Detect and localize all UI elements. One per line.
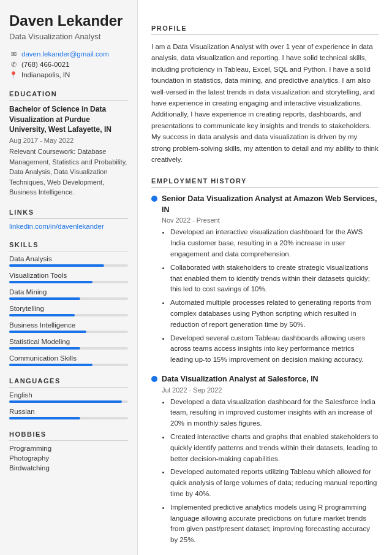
skill-bar-bg <box>9 314 128 316</box>
job-block: Data Visualization Analyst at Salesforce… <box>151 374 379 546</box>
job-date: Jul 2022 - Sep 2022 <box>162 386 379 394</box>
location-text: Indianapolis, IN <box>21 71 70 78</box>
skill-item: Business Intelligence <box>9 321 128 333</box>
hobbies-section-title: HOBBIES <box>9 431 128 441</box>
sidebar: Daven Lekander Data Visualization Analys… <box>0 0 138 555</box>
job-bullets: Developed a data visualization dashboard… <box>162 397 379 546</box>
links-section-title: LINKS <box>9 209 128 219</box>
skill-bar-fill <box>9 314 75 316</box>
profile-section-title: PROFILE <box>151 25 379 35</box>
skill-name: Communication Skills <box>9 354 128 362</box>
hobby-item: Programming <box>9 445 128 452</box>
skill-name: Business Intelligence <box>9 321 128 329</box>
skill-bar-fill <box>9 264 104 267</box>
skill-bar-bg <box>9 331 128 333</box>
bullet-item: Automated multiple processes related to … <box>170 297 379 330</box>
email-row: ✉ daven.lekander@gmail.com <box>9 50 128 58</box>
coursework-label: Relevant Coursework: <box>9 148 75 155</box>
edu-coursework: Relevant Coursework: Database Management… <box>9 147 128 197</box>
lang-name: Russian <box>9 408 128 415</box>
phone-row: ✆ (768) 466-0021 <box>9 61 128 69</box>
job-title: Senior Data Visualization Analyst at Ama… <box>162 194 379 215</box>
skill-item: Storytelling <box>9 305 128 316</box>
skill-bar-fill <box>9 364 92 366</box>
skill-item: Data Analysis <box>9 255 128 267</box>
skill-bar-fill <box>9 281 92 283</box>
languages-section: English Russian <box>9 391 128 419</box>
bullet-item: Created interactive charts and graphs th… <box>170 432 379 464</box>
skill-bar-bg <box>9 264 128 267</box>
contact-section: ✉ daven.lekander@gmail.com ✆ (768) 466-0… <box>9 50 128 79</box>
hobbies-section: ProgrammingPhotographyBirdwatching <box>9 445 128 472</box>
bullet-item: Collaborated with stakeholders to create… <box>170 262 379 295</box>
job-title-row: Senior Data Visualization Analyst at Ama… <box>151 194 379 215</box>
location-row: 📍 Indianapolis, IN <box>9 71 128 79</box>
job-bullets: Developed an interactive visualization d… <box>162 227 379 366</box>
hobby-item: Birdwatching <box>9 464 128 472</box>
skill-bar-bg <box>9 281 128 283</box>
skills-section-title: SKILLS <box>9 241 128 251</box>
main-content: PROFILE I am a Data Visualization Analys… <box>138 0 392 555</box>
bullet-item: Developed automated reports utilizing Ta… <box>170 467 379 499</box>
language-item: Russian <box>9 408 128 419</box>
education-section-title: EDUCATION <box>9 90 128 101</box>
skill-name: Data Analysis <box>9 255 128 262</box>
bullet-item: Implemented predictive analytics models … <box>170 502 379 546</box>
phone-text: (768) 466-0021 <box>21 61 70 68</box>
email-link[interactable]: daven.lekander@gmail.com <box>21 50 109 58</box>
edu-date: Aug 2017 - May 2022 <box>9 137 128 144</box>
skill-name: Visualization Tools <box>9 272 128 279</box>
lang-name: English <box>9 391 128 399</box>
lang-bar-fill <box>9 417 80 419</box>
skill-name: Storytelling <box>9 305 128 312</box>
lang-bar-bg <box>9 400 128 403</box>
skill-bar-fill <box>9 297 80 300</box>
job-dot <box>151 196 157 202</box>
candidate-title: Data Visualization Analyst <box>9 32 128 41</box>
bullet-item: Developed an interactive visualization d… <box>170 227 379 259</box>
skill-item: Data Mining <box>9 288 128 300</box>
skill-bar-bg <box>9 297 128 300</box>
bullet-item: Developed several custom Tableau dashboa… <box>170 333 379 366</box>
job-block: Senior Data Visualization Analyst at Ama… <box>151 194 379 366</box>
phone-icon: ✆ <box>9 61 18 69</box>
links-section: linkedin.com/in/davenlekander <box>9 223 128 230</box>
skill-bar-bg <box>9 364 128 366</box>
skill-bar-bg <box>9 347 128 350</box>
skill-bar-fill <box>9 347 80 350</box>
job-title-row: Data Visualization Analyst at Salesforce… <box>151 374 379 385</box>
employment-section-title: EMPLOYMENT HISTORY <box>151 177 379 188</box>
skill-item: Communication Skills <box>9 354 128 366</box>
lang-bar-fill <box>9 400 122 403</box>
skill-item: Statistical Modeling <box>9 338 128 350</box>
education-section: Bachelor of Science in Data Visualizatio… <box>9 104 128 197</box>
email-icon: ✉ <box>9 50 18 58</box>
job-dot <box>151 376 157 382</box>
languages-section-title: LANGUAGES <box>9 377 128 388</box>
bullet-item: Developed a data visualization dashboard… <box>170 397 379 429</box>
language-item: English <box>9 391 128 403</box>
skill-name: Statistical Modeling <box>9 338 128 345</box>
skill-bar-fill <box>9 331 86 333</box>
hobby-item: Photography <box>9 454 128 462</box>
skills-section: Data Analysis Visualization Tools Data M… <box>9 255 128 366</box>
lang-bar-bg <box>9 417 128 419</box>
profile-text: I am a Data Visualization Analyst with o… <box>151 41 379 165</box>
linkedin-link[interactable]: linkedin.com/in/davenlekander <box>9 223 128 230</box>
edu-degree: Bachelor of Science in Data Visualizatio… <box>9 104 128 135</box>
location-icon: 📍 <box>9 71 18 79</box>
job-date: Nov 2022 - Present <box>162 216 379 224</box>
skill-name: Data Mining <box>9 288 128 296</box>
job-title: Data Visualization Analyst at Salesforce… <box>162 374 318 385</box>
employment-section: Senior Data Visualization Analyst at Ama… <box>151 194 379 546</box>
candidate-name: Daven Lekander <box>9 12 128 30</box>
skill-item: Visualization Tools <box>9 272 128 283</box>
